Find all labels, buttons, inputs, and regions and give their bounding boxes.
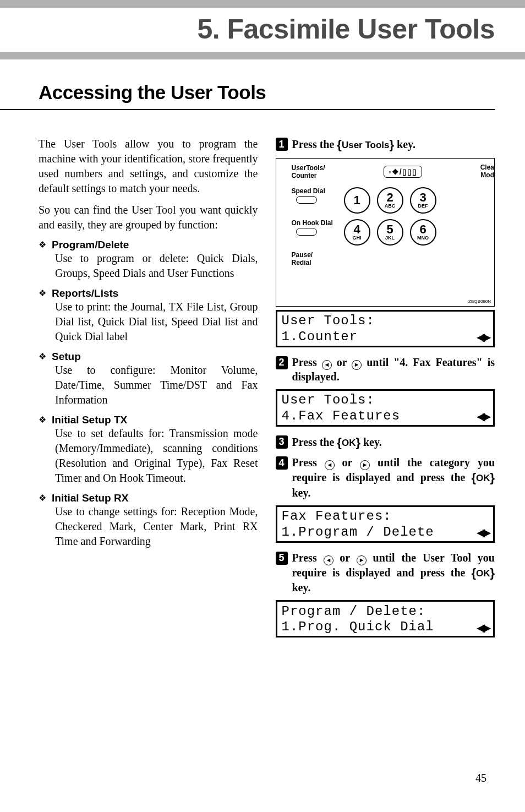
lcd-line: 1.Prog. Quick Dial bbox=[282, 619, 434, 635]
left-arrow-icon: ◂ bbox=[325, 460, 335, 470]
right-column: 1 Press the {User Tools} key. UserTools/… bbox=[276, 137, 495, 645]
step-text: Press ◂ or ▸ until the category you requ… bbox=[292, 455, 495, 500]
item-label: Reports/Lists bbox=[52, 287, 118, 299]
lcd-line: 4.Fax Features bbox=[282, 408, 401, 424]
item-setup: ❖ Setup Use to configure: Monitor Volume… bbox=[39, 351, 258, 407]
lcd-line: User Tools: bbox=[282, 313, 489, 329]
right-arrow-icon: ▸ bbox=[360, 460, 370, 470]
step-5: 5 Press ◂ or ▸ until the User Tool you r… bbox=[276, 551, 495, 595]
lcd-display-2: User Tools: 4.Fax Features ◀▶ bbox=[276, 389, 495, 427]
diamond-icon: ❖ bbox=[39, 493, 46, 503]
item-label: Initial Setup RX bbox=[52, 492, 128, 504]
lcd-line: 1.Program / Delete bbox=[282, 525, 434, 541]
header-stripe bbox=[0, 0, 525, 8]
step-number-icon: 3 bbox=[276, 435, 288, 449]
intro-paragraph-1: The User Tools allow you to program the … bbox=[39, 137, 258, 196]
step-text: Press the {OK} key. bbox=[292, 434, 495, 450]
item-label: Program/Delete bbox=[52, 239, 129, 251]
lcd-display-1: User Tools: 1.Counter ◀▶ bbox=[276, 310, 495, 347]
item-label: Setup bbox=[52, 351, 81, 363]
diamond-icon: ❖ bbox=[39, 239, 46, 250]
step-number-icon: 5 bbox=[276, 552, 288, 565]
intro-paragraph-2: So you can find the User Tool you want q… bbox=[39, 203, 258, 232]
keypad-1: 1 bbox=[344, 187, 370, 214]
left-arrow-icon: ◂ bbox=[324, 555, 333, 565]
diamond-icon: ❖ bbox=[39, 415, 46, 425]
item-desc: Use to change settings for: Reception Mo… bbox=[39, 504, 258, 549]
diamond-icon: ❖ bbox=[39, 351, 46, 362]
speed-dial-button-icon bbox=[296, 196, 317, 204]
section-title: Accessing the User Tools bbox=[0, 59, 495, 110]
right-arrow-icon: ▸ bbox=[357, 555, 367, 565]
arrows-icon: ◀▶ bbox=[477, 330, 489, 344]
step-1: 1 Press the {User Tools} key. bbox=[276, 137, 495, 152]
arrows-icon: ◀▶ bbox=[477, 526, 489, 539]
item-program-delete: ❖ Program/Delete Use to program or delet… bbox=[39, 239, 258, 281]
arrows-icon: ◀▶ bbox=[477, 410, 489, 423]
step-2: 2 Press ◂ or ▸ until "4. Fax Features" i… bbox=[276, 355, 495, 384]
figure-number: ZEQS060N bbox=[468, 299, 491, 304]
page-number: 45 bbox=[475, 772, 486, 784]
right-arrow-icon: ▸ bbox=[352, 360, 362, 370]
item-desc: Use to configure: Monitor Volume, Date/T… bbox=[39, 363, 258, 407]
item-label: Initial Setup TX bbox=[52, 414, 127, 426]
item-reports-lists: ❖ Reports/Lists Use to print: the Journa… bbox=[39, 287, 258, 344]
item-desc: Use to set defaults for: Transmission mo… bbox=[39, 426, 258, 486]
clear-label: Clea bbox=[480, 164, 494, 171]
step-text: Press ◂ or ▸ until "4. Fax Features" is … bbox=[292, 355, 495, 384]
left-column: The User Tools allow you to program the … bbox=[39, 137, 258, 645]
keypad-2: 2ABC bbox=[377, 187, 403, 214]
lcd-line: Fax Features: bbox=[282, 509, 489, 525]
keypad-4: 4GHI bbox=[344, 219, 370, 246]
item-initial-setup-tx: ❖ Initial Setup TX Use to set defaults f… bbox=[39, 414, 258, 486]
content-columns: The User Tools allow you to program the … bbox=[0, 115, 525, 645]
mode-label: Mod bbox=[480, 172, 494, 179]
chapter-title: 5. Facsimile User Tools bbox=[0, 8, 525, 59]
step-text: Press ◂ or ▸ until the User Tool you req… bbox=[292, 551, 495, 595]
step-text: Press the {User Tools} key. bbox=[292, 137, 495, 152]
pause-label: Pause/ bbox=[292, 251, 495, 259]
step-number-icon: 1 bbox=[276, 138, 288, 151]
usertools-badge: ◦❖/▯▯▯ bbox=[384, 166, 422, 178]
diamond-icon: ❖ bbox=[39, 288, 46, 298]
control-panel-figure: UserTools/ Counter ◦❖/▯▯▯ Clea Mod Speed… bbox=[276, 158, 495, 307]
lcd-line: User Tools: bbox=[282, 393, 489, 408]
keypad-5: 5JKL bbox=[377, 219, 403, 246]
keypad-3: 3DEF bbox=[410, 187, 436, 214]
counter-text: Counter bbox=[292, 172, 325, 179]
usertools-text: UserTools/ bbox=[292, 164, 325, 172]
lcd-line: Program / Delete: bbox=[282, 604, 489, 620]
step-number-icon: 2 bbox=[276, 356, 288, 369]
step-number-icon: 4 bbox=[276, 456, 288, 470]
lcd-line: 1.Counter bbox=[282, 329, 358, 345]
lcd-display-4: Program / Delete: 1.Prog. Quick Dial ◀▶ bbox=[276, 600, 495, 637]
step-3: 3 Press the {OK} key. bbox=[276, 434, 495, 450]
arrows-icon: ◀▶ bbox=[477, 621, 489, 634]
onhook-button-icon bbox=[296, 228, 317, 236]
step-4: 4 Press ◂ or ▸ until the category you re… bbox=[276, 455, 495, 500]
redial-label: Redial bbox=[292, 259, 495, 266]
item-desc: Use to program or delete: Quick Dials, G… bbox=[39, 251, 258, 281]
keypad-6: 6MNO bbox=[410, 219, 436, 246]
left-arrow-icon: ◂ bbox=[322, 360, 332, 370]
lcd-display-3: Fax Features: 1.Program / Delete ◀▶ bbox=[276, 505, 495, 543]
item-initial-setup-rx: ❖ Initial Setup RX Use to change setting… bbox=[39, 492, 258, 549]
item-desc: Use to print: the Journal, TX File List,… bbox=[39, 299, 258, 344]
